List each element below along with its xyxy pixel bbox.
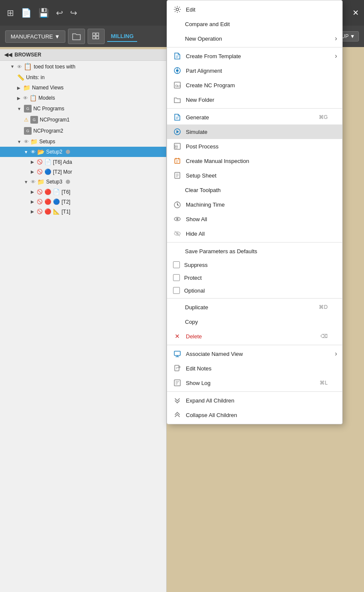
menu-item-create-inspection[interactable]: Create Manual Inspection <box>167 154 342 168</box>
eye-icon[interactable]: 👁 <box>31 179 35 184</box>
arrow-icon: ▼ <box>24 180 28 184</box>
eye-icon[interactable]: 👁 <box>24 139 29 144</box>
menu-item-edit-notes[interactable]: Edit Notes <box>167 361 342 376</box>
browser-panel: ◀◀ BROWSER ▼ 👁 📋 toed foot toes with 📏 U… <box>0 49 167 592</box>
tree-item-setups[interactable]: ▼ 👁 📁 Setups <box>0 136 166 147</box>
arrow-icon: ▶ <box>31 199 34 204</box>
menu-copy-label: Copy <box>185 319 198 325</box>
tree-item-setup2-t6[interactable]: ▶ 🚫 📄 [T6] Ada <box>0 157 166 167</box>
tree-item-units[interactable]: 📏 Units: in <box>0 72 166 83</box>
tree-item-setup3-t2[interactable]: ▶ 🚫 🔴 🔵 [T2] <box>0 197 166 207</box>
operation-icon: 📄 <box>53 189 60 195</box>
undo-icon[interactable]: ↩ <box>54 6 65 20</box>
generate-shortcut: ⌘G <box>319 114 336 120</box>
menu-item-save-params[interactable]: Save Parameters as Defaults <box>167 244 342 258</box>
menu-item-delete[interactable]: ✕ Delete ⌫ <box>167 329 342 343</box>
hidden-icon[interactable]: 🚫 <box>37 199 43 204</box>
folder-svg <box>72 32 81 41</box>
svg-text:1/2: 1/2 <box>177 85 181 87</box>
named-views-icon: 📁 <box>23 84 30 91</box>
operation-icon: 🔵 <box>53 198 60 205</box>
menu-item-edit[interactable]: Edit <box>167 2 342 17</box>
save-icon[interactable]: 💾 <box>37 6 51 20</box>
tree-item-ncprogram2[interactable]: G NCProgram2 <box>0 125 166 136</box>
menu-item-expand-all[interactable]: Expand All Children <box>167 393 342 408</box>
menu-item-setup-sheet[interactable]: Setup Sheet <box>167 168 342 183</box>
nc-icon: G 1/2 <box>173 81 182 89</box>
setup2-t6-label: [T6] Ada <box>53 159 72 165</box>
milling-tab[interactable]: MILLING <box>107 31 137 42</box>
nc-icon: G <box>30 116 38 124</box>
menu-item-new-operation[interactable]: New Operation <box>167 31 342 46</box>
menu-item-protect[interactable]: Protect <box>167 271 342 284</box>
file-icon[interactable]: 📄 <box>19 6 33 20</box>
redo-icon[interactable]: ↪ <box>68 6 79 20</box>
menu-item-suppress[interactable]: Suppress <box>167 258 342 271</box>
tree-item-setup2[interactable]: ▼ 👁 📂 Setup2 <box>0 147 166 157</box>
menu-item-optional[interactable]: Optional <box>167 284 342 297</box>
models-label: Models <box>38 95 55 101</box>
gear-icon <box>173 5 182 14</box>
duplicate-shortcut: ⌘D <box>319 304 336 310</box>
tree-item-setup3[interactable]: ▼ 👁 📁 Setup3 <box>0 177 166 187</box>
menu-item-machining-time[interactable]: Machining Time <box>167 197 342 212</box>
menu-item-create-nc[interactable]: G 1/2 Create NC Program <box>167 78 342 92</box>
nc-programs-label: NC Programs <box>33 106 65 112</box>
setup3-folder-icon: 📁 <box>37 178 44 185</box>
setup2-status-dot <box>66 150 70 154</box>
menu-item-show-log[interactable]: Show Log ⌘L <box>167 376 342 390</box>
empty-icon2 <box>173 247 181 255</box>
menu-item-part-alignment[interactable]: Part Alignment <box>167 63 342 78</box>
arrow-icon: ▼ <box>17 107 21 111</box>
root-icon: 📋 <box>23 62 32 71</box>
menu-item-hide-all[interactable]: Hide All <box>167 226 342 241</box>
setup2-t2-label: [T2] Mor <box>53 169 72 175</box>
setup2-folder-icon: 📂 <box>37 148 44 155</box>
tree-item-ncprogram1[interactable]: ⚠ G NCProgram1 <box>0 114 166 125</box>
menu-item-copy[interactable]: Copy <box>167 314 342 329</box>
setup3-t6-label: [T6] <box>62 189 70 195</box>
hidden-icon[interactable]: 🚫 <box>37 209 43 214</box>
root-label: toed foot toes with <box>34 64 75 70</box>
eye-icon[interactable]: 👁 <box>31 149 35 154</box>
setup2-label: Setup2 <box>46 149 62 155</box>
setup3-label: Setup3 <box>46 179 62 185</box>
menu-item-show-all[interactable]: Show All <box>167 212 342 226</box>
menu-item-simulate[interactable]: Simulate <box>167 124 342 139</box>
back-arrow-icon[interactable]: ◀◀ <box>4 52 12 58</box>
arrow-icon: ▼ <box>24 150 28 154</box>
sheet-icon <box>173 171 182 180</box>
menu-item-clear-toolpath[interactable]: Clear Toolpath <box>167 183 342 197</box>
ncprogram1-label: NCProgram1 <box>40 117 70 123</box>
menu-item-duplicate[interactable]: Duplicate ⌘D <box>167 300 342 314</box>
menu-item-collapse-all[interactable]: Collapse All Children <box>167 408 342 422</box>
tree-item-setup3-t1[interactable]: ▶ 🚫 🔴 📐 [T1] <box>0 207 166 216</box>
menu-hide-label: Hide All <box>186 231 205 237</box>
menu-alignment-label: Part Alignment <box>186 68 222 74</box>
menu-item-new-folder[interactable]: New Folder <box>167 92 342 107</box>
menu-item-associate-view[interactable]: Associate Named View <box>167 346 342 361</box>
tree-item-setup3-t6[interactable]: ▶ 🚫 🔴 📄 [T6] <box>0 187 166 197</box>
menu-item-post-process[interactable]: G1 G2 Post Process <box>167 139 342 154</box>
menu-item-generate[interactable]: Generate ⌘G <box>167 110 342 124</box>
tree-item-models[interactable]: ▶ 👁 📋 Models <box>0 93 166 103</box>
eye-icon[interactable]: 👁 <box>17 64 22 69</box>
menu-item-create-template[interactable]: Create From Template <box>167 49 342 63</box>
menu-item-compare-edit[interactable]: Compare and Edit <box>167 17 342 31</box>
tree-item-named-views[interactable]: ▶ 📁 Named Views <box>0 83 166 93</box>
tree-item-nc-programs[interactable]: ▼ G NC Programs <box>0 103 166 114</box>
hidden-icon[interactable]: 🚫 <box>37 189 43 195</box>
hidden-icon[interactable]: 🚫 <box>37 159 43 165</box>
tree-item-root[interactable]: ▼ 👁 📋 toed foot toes with <box>0 61 166 72</box>
eye-icon[interactable]: 👁 <box>23 95 28 101</box>
hidden-icon[interactable]: 🚫 <box>37 169 43 175</box>
folder-icon-btn[interactable] <box>68 29 85 44</box>
named-views-label: Named Views <box>32 85 64 91</box>
tree-item-setup2-t2[interactable]: ▶ 🚫 🔵 [T2] Mor <box>0 167 166 177</box>
error-icon: 🔴 <box>44 208 51 215</box>
warning-icon: ⚠ <box>24 117 29 123</box>
grid-icon-btn[interactable] <box>88 29 105 44</box>
grid-icon[interactable]: ⊞ <box>5 6 16 20</box>
manufacture-button[interactable]: MANUFACTURE ▼ <box>5 30 65 43</box>
close-button[interactable]: ✕ <box>352 8 359 18</box>
